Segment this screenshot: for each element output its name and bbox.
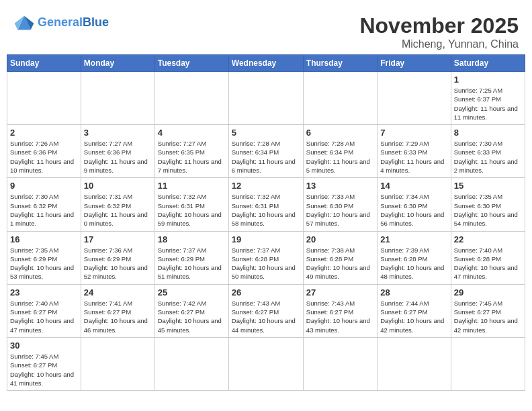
month-title: November 2025 bbox=[359, 13, 519, 38]
calendar-cell: 21Sunrise: 7:39 AM Sunset: 6:28 PM Dayli… bbox=[378, 231, 451, 284]
day-number: 21 bbox=[380, 234, 447, 244]
day-number: 27 bbox=[306, 287, 374, 298]
day-info: Sunrise: 7:36 AM Sunset: 6:29 PM Dayligh… bbox=[84, 246, 152, 281]
calendar-header-tuesday: Tuesday bbox=[154, 55, 228, 72]
day-info: Sunrise: 7:38 AM Sunset: 6:28 PM Dayligh… bbox=[306, 246, 374, 281]
calendar-header-saturday: Saturday bbox=[451, 55, 525, 72]
day-info: Sunrise: 7:25 AM Sunset: 6:37 PM Dayligh… bbox=[454, 86, 522, 122]
day-number: 8 bbox=[454, 128, 522, 138]
calendar-cell: 15Sunrise: 7:35 AM Sunset: 6:30 PM Dayli… bbox=[451, 178, 525, 231]
calendar-week-row: 16Sunrise: 7:35 AM Sunset: 6:29 PM Dayli… bbox=[7, 231, 525, 284]
day-info: Sunrise: 7:44 AM Sunset: 6:27 PM Dayligh… bbox=[380, 299, 447, 334]
day-number: 24 bbox=[84, 287, 152, 298]
day-number: 26 bbox=[232, 287, 300, 298]
calendar-cell: 22Sunrise: 7:40 AM Sunset: 6:28 PM Dayli… bbox=[451, 231, 525, 284]
calendar-cell: 7Sunrise: 7:29 AM Sunset: 6:33 PM Daylig… bbox=[378, 125, 451, 178]
day-info: Sunrise: 7:27 AM Sunset: 6:35 PM Dayligh… bbox=[158, 139, 226, 175]
day-info: Sunrise: 7:30 AM Sunset: 6:32 PM Dayligh… bbox=[10, 192, 78, 228]
day-info: Sunrise: 7:39 AM Sunset: 6:28 PM Dayligh… bbox=[380, 246, 447, 281]
calendar-cell: 28Sunrise: 7:44 AM Sunset: 6:27 PM Dayli… bbox=[378, 284, 451, 337]
calendar-cell: 24Sunrise: 7:41 AM Sunset: 6:27 PM Dayli… bbox=[81, 284, 154, 337]
calendar-cell bbox=[81, 72, 154, 125]
day-number: 15 bbox=[454, 181, 522, 191]
calendar-cell: 3Sunrise: 7:27 AM Sunset: 6:36 PM Daylig… bbox=[81, 125, 154, 178]
logo-general: General bbox=[38, 15, 83, 29]
day-number: 17 bbox=[84, 234, 152, 244]
day-number: 7 bbox=[380, 128, 447, 138]
logo-blue: Blue bbox=[83, 15, 109, 29]
day-number: 14 bbox=[380, 181, 447, 191]
calendar-cell bbox=[154, 72, 228, 125]
day-number: 18 bbox=[158, 234, 226, 244]
calendar-cell: 1Sunrise: 7:25 AM Sunset: 6:37 PM Daylig… bbox=[451, 72, 525, 125]
day-info: Sunrise: 7:34 AM Sunset: 6:30 PM Dayligh… bbox=[380, 192, 447, 228]
calendar-cell bbox=[154, 337, 228, 390]
calendar-cell bbox=[7, 72, 81, 125]
day-number: 12 bbox=[232, 181, 300, 191]
calendar-cell: 20Sunrise: 7:38 AM Sunset: 6:28 PM Dayli… bbox=[303, 231, 377, 284]
calendar-cell bbox=[378, 337, 451, 390]
calendar-cell: 26Sunrise: 7:43 AM Sunset: 6:27 PM Dayli… bbox=[228, 284, 303, 337]
calendar-cell bbox=[228, 337, 303, 390]
day-info: Sunrise: 7:26 AM Sunset: 6:36 PM Dayligh… bbox=[10, 139, 78, 175]
calendar-cell bbox=[451, 337, 525, 390]
calendar-cell: 14Sunrise: 7:34 AM Sunset: 6:30 PM Dayli… bbox=[378, 178, 451, 231]
day-info: Sunrise: 7:35 AM Sunset: 6:30 PM Dayligh… bbox=[454, 192, 522, 228]
calendar-cell: 9Sunrise: 7:30 AM Sunset: 6:32 PM Daylig… bbox=[7, 178, 81, 231]
day-number: 13 bbox=[306, 181, 374, 191]
calendar-cell: 4Sunrise: 7:27 AM Sunset: 6:35 PM Daylig… bbox=[154, 125, 228, 178]
calendar-cell: 8Sunrise: 7:30 AM Sunset: 6:33 PM Daylig… bbox=[451, 125, 525, 178]
calendar-cell: 30Sunrise: 7:45 AM Sunset: 6:27 PM Dayli… bbox=[7, 337, 81, 390]
day-number: 11 bbox=[158, 181, 226, 191]
day-info: Sunrise: 7:31 AM Sunset: 6:32 PM Dayligh… bbox=[84, 192, 152, 228]
day-info: Sunrise: 7:28 AM Sunset: 6:34 PM Dayligh… bbox=[232, 139, 300, 175]
calendar-cell: 12Sunrise: 7:32 AM Sunset: 6:31 PM Dayli… bbox=[228, 178, 303, 231]
location: Micheng, Yunnan, China bbox=[359, 38, 519, 50]
calendar-week-row: 30Sunrise: 7:45 AM Sunset: 6:27 PM Dayli… bbox=[7, 337, 525, 390]
calendar-header-monday: Monday bbox=[81, 55, 154, 72]
day-number: 6 bbox=[306, 128, 374, 138]
calendar-cell: 27Sunrise: 7:43 AM Sunset: 6:27 PM Dayli… bbox=[303, 284, 377, 337]
day-info: Sunrise: 7:37 AM Sunset: 6:29 PM Dayligh… bbox=[158, 246, 226, 281]
calendar-header-friday: Friday bbox=[378, 55, 451, 72]
day-info: Sunrise: 7:40 AM Sunset: 6:27 PM Dayligh… bbox=[10, 299, 78, 334]
day-info: Sunrise: 7:28 AM Sunset: 6:34 PM Dayligh… bbox=[306, 139, 374, 175]
calendar-cell: 6Sunrise: 7:28 AM Sunset: 6:34 PM Daylig… bbox=[303, 125, 377, 178]
day-info: Sunrise: 7:37 AM Sunset: 6:28 PM Dayligh… bbox=[232, 246, 300, 281]
day-info: Sunrise: 7:43 AM Sunset: 6:27 PM Dayligh… bbox=[306, 299, 374, 334]
day-number: 29 bbox=[454, 287, 522, 298]
day-info: Sunrise: 7:32 AM Sunset: 6:31 PM Dayligh… bbox=[232, 192, 300, 228]
day-number: 23 bbox=[10, 287, 78, 298]
day-number: 30 bbox=[10, 340, 78, 351]
day-number: 20 bbox=[306, 234, 374, 244]
day-info: Sunrise: 7:42 AM Sunset: 6:27 PM Dayligh… bbox=[158, 299, 226, 334]
calendar-cell: 23Sunrise: 7:40 AM Sunset: 6:27 PM Dayli… bbox=[7, 284, 81, 337]
day-number: 16 bbox=[10, 234, 78, 244]
calendar-week-row: 2Sunrise: 7:26 AM Sunset: 6:36 PM Daylig… bbox=[7, 125, 525, 178]
calendar-cell: 25Sunrise: 7:42 AM Sunset: 6:27 PM Dayli… bbox=[154, 284, 228, 337]
day-number: 9 bbox=[10, 181, 78, 191]
day-number: 22 bbox=[454, 234, 522, 244]
day-info: Sunrise: 7:45 AM Sunset: 6:27 PM Dayligh… bbox=[454, 299, 522, 334]
page-header: GeneralBlue November 2025 Micheng, Yunna… bbox=[7, 7, 525, 54]
logo-icon bbox=[13, 13, 35, 32]
calendar-cell bbox=[303, 72, 377, 125]
day-info: Sunrise: 7:27 AM Sunset: 6:36 PM Dayligh… bbox=[84, 139, 152, 175]
calendar-table: SundayMondayTuesdayWednesdayThursdayFrid… bbox=[7, 54, 525, 391]
calendar-header-wednesday: Wednesday bbox=[228, 55, 303, 72]
day-info: Sunrise: 7:29 AM Sunset: 6:33 PM Dayligh… bbox=[380, 139, 447, 175]
calendar-cell: 2Sunrise: 7:26 AM Sunset: 6:36 PM Daylig… bbox=[7, 125, 81, 178]
calendar-cell bbox=[378, 72, 451, 125]
calendar-cell bbox=[303, 337, 377, 390]
title-block: November 2025 Micheng, Yunnan, China bbox=[359, 13, 519, 50]
calendar-cell: 18Sunrise: 7:37 AM Sunset: 6:29 PM Dayli… bbox=[154, 231, 228, 284]
calendar-cell: 16Sunrise: 7:35 AM Sunset: 6:29 PM Dayli… bbox=[7, 231, 81, 284]
calendar-cell: 5Sunrise: 7:28 AM Sunset: 6:34 PM Daylig… bbox=[228, 125, 303, 178]
calendar-header-sunday: Sunday bbox=[7, 55, 81, 72]
calendar-cell: 17Sunrise: 7:36 AM Sunset: 6:29 PM Dayli… bbox=[81, 231, 154, 284]
calendar-cell bbox=[228, 72, 303, 125]
calendar-week-row: 23Sunrise: 7:40 AM Sunset: 6:27 PM Dayli… bbox=[7, 284, 525, 337]
day-info: Sunrise: 7:40 AM Sunset: 6:28 PM Dayligh… bbox=[454, 246, 522, 281]
calendar-cell: 13Sunrise: 7:33 AM Sunset: 6:30 PM Dayli… bbox=[303, 178, 377, 231]
calendar-cell bbox=[81, 337, 154, 390]
